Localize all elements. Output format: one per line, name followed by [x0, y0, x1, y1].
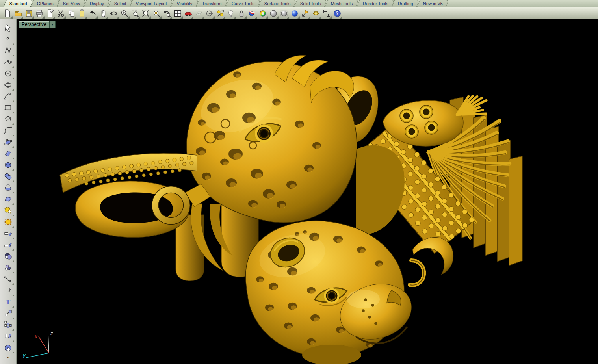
zoom-selected-button[interactable]	[151, 8, 162, 19]
sidebar-overflow-chevron[interactable]: »	[7, 355, 9, 360]
standard-toolbar: ?	[0, 7, 598, 19]
solid-box-tool[interactable]	[2, 159, 14, 171]
boolean-difference-tool[interactable]	[2, 251, 14, 262]
cplane-axis-button[interactable]	[204, 8, 215, 19]
tab-cplanes[interactable]: CPlanes	[31, 0, 59, 7]
red-car-button[interactable]	[183, 8, 193, 19]
boolean-union-icon	[4, 206, 13, 215]
boolean-union-tool[interactable]	[2, 205, 14, 216]
shaded-sphere-button[interactable]	[268, 8, 279, 19]
dimension-button[interactable]	[321, 8, 332, 19]
trim-tool[interactable]	[2, 228, 14, 239]
split-icon	[4, 240, 13, 249]
open-folder-button[interactable]	[13, 8, 23, 19]
rendered-model	[17, 19, 598, 364]
cut-scissors-button[interactable]	[55, 8, 66, 19]
lightbulb-button[interactable]	[225, 8, 236, 19]
perspective-viewport[interactable]: Perspective ▼	[17, 19, 598, 364]
undo-button[interactable]	[87, 8, 98, 19]
text-tool[interactable]: T	[2, 296, 14, 308]
tab-solid-tools[interactable]: Solid Tools	[294, 0, 327, 7]
surface-corner-points-tool[interactable]	[2, 136, 14, 148]
zoom-window-button[interactable]	[130, 8, 140, 19]
curved-surface-tool[interactable]	[2, 148, 14, 159]
fillet-corner-tool[interactable]	[2, 125, 14, 136]
viewport-title-bar: Perspective ▼	[19, 21, 56, 28]
save-floppy-button[interactable]	[23, 8, 34, 19]
extend-curve-tool[interactable]	[2, 285, 14, 296]
polyline-tool[interactable]	[2, 45, 14, 56]
polygon-tool[interactable]	[2, 113, 14, 125]
color-wheel-button[interactable]	[257, 8, 268, 19]
blend-curve-tool[interactable]	[2, 273, 14, 285]
tab-label: Curve Tools	[232, 1, 254, 6]
control-point-curve-tool[interactable]	[2, 56, 14, 68]
explode-tool[interactable]	[2, 216, 14, 228]
tab-new-in-v5[interactable]: New in V5	[417, 0, 449, 7]
tab-set-view[interactable]: Set View	[57, 0, 86, 7]
mirror-tool[interactable]	[2, 331, 14, 342]
render-blade-button[interactable]	[247, 8, 257, 19]
tab-viewport-layout[interactable]: Viewport Layout	[130, 0, 173, 7]
print-button[interactable]	[34, 8, 45, 19]
tab-display[interactable]: Display	[84, 0, 110, 7]
gear-settings-button[interactable]	[310, 8, 321, 19]
paste-clipboard-button[interactable]	[76, 8, 87, 19]
main-area: T » Perspective ▼	[0, 19, 598, 364]
zoom-extents-button[interactable]	[140, 8, 151, 19]
viewport-grid-button[interactable]	[172, 8, 183, 19]
circle-tool[interactable]	[2, 68, 14, 79]
tab-standard[interactable]: Standard	[4, 0, 33, 7]
split-tool[interactable]	[2, 239, 14, 251]
axis-x-label: x	[34, 333, 37, 339]
sidebar-tools: T	[2, 22, 14, 353]
ellipse-icon	[4, 80, 13, 89]
arc-icon	[4, 92, 13, 101]
viewport-menu-button[interactable]: ▼	[50, 21, 56, 28]
tab-mesh-tools[interactable]: Mesh Tools	[325, 0, 359, 7]
patch-surface-icon	[4, 195, 13, 204]
control-point-curve-icon	[4, 58, 13, 67]
solid-spheres-tool[interactable]	[2, 171, 14, 182]
tab-visibility[interactable]: Visibility	[171, 0, 199, 7]
cone-pointer-button[interactable]	[300, 8, 310, 19]
help-button[interactable]: ?	[332, 8, 342, 19]
rectangle-tool[interactable]	[2, 102, 14, 113]
ghost-grid-button[interactable]	[193, 8, 204, 19]
surface-corner-points-icon	[4, 137, 13, 147]
select-pointer-tool[interactable]	[2, 22, 14, 33]
solid-box-icon	[4, 160, 13, 169]
fillet-corner-icon	[4, 126, 13, 135]
scale-tool[interactable]	[2, 308, 14, 319]
tab-render-tools[interactable]: Render Tools	[357, 0, 394, 7]
copy-button[interactable]	[66, 8, 76, 19]
array-tool[interactable]	[2, 319, 14, 331]
viewport-title[interactable]: Perspective	[19, 21, 50, 28]
export-annotate-button[interactable]	[45, 8, 55, 19]
tab-surface-tools[interactable]: Surface Tools	[258, 0, 297, 7]
arc-tool[interactable]	[2, 91, 14, 102]
ellipse-tool[interactable]	[2, 79, 14, 91]
new-document-button[interactable]	[2, 8, 13, 19]
rendered-sphere-button[interactable]	[279, 8, 289, 19]
padlock-button[interactable]	[236, 8, 247, 19]
select-filter-shapes-button[interactable]	[215, 8, 225, 19]
x-axis-line	[39, 336, 49, 353]
chevron-down-icon: ▼	[51, 23, 54, 26]
pan-hand-button[interactable]	[98, 8, 108, 19]
tab-select[interactable]: Select	[108, 0, 132, 7]
zoom-dynamic-button[interactable]	[119, 8, 130, 19]
blue-sphere-button[interactable]	[289, 8, 300, 19]
tab-curve-tools[interactable]: Curve Tools	[226, 0, 260, 7]
tab-label: Set View	[63, 1, 80, 6]
patch-surface-tool[interactable]	[2, 193, 14, 205]
tab-drafting[interactable]: Drafting	[392, 0, 419, 7]
rotate-view-button[interactable]	[108, 8, 119, 19]
tab-transform[interactable]: Transform	[196, 0, 228, 7]
solid-union-tool[interactable]	[2, 342, 14, 353]
revolve-surface-tool[interactable]	[2, 182, 14, 193]
single-point-tool[interactable]	[2, 33, 14, 45]
undo-view-button[interactable]	[162, 8, 172, 19]
point-cloud-tool[interactable]	[2, 262, 14, 273]
tab-label: Surface Tools	[264, 1, 290, 6]
